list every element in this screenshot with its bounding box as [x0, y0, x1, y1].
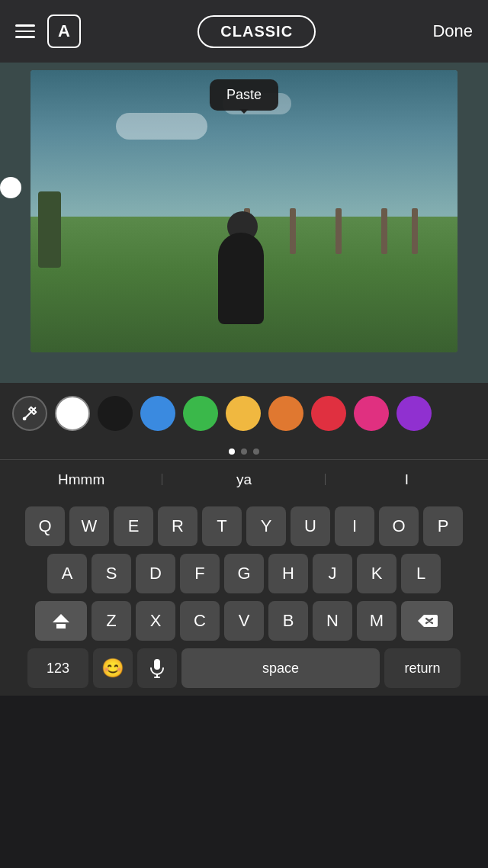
eyedropper-icon [21, 405, 38, 422]
return-key[interactable]: return [384, 648, 461, 688]
key-U[interactable]: U [291, 506, 330, 546]
predictive-word-2[interactable]: ya [162, 471, 325, 488]
dot-indicator-2 [241, 448, 247, 455]
keyboard: Q W E R T Y U I O P A S D F G H J K L Z … [0, 499, 488, 696]
backspace-icon [416, 613, 438, 628]
color-palette-row [0, 383, 488, 444]
key-R[interactable]: R [158, 506, 197, 546]
hamburger-menu-button[interactable] [15, 24, 35, 38]
key-S[interactable]: S [92, 554, 131, 593]
canvas-area[interactable]: Paste [0, 63, 488, 383]
key-A[interactable]: A [47, 554, 87, 593]
key-O[interactable]: O [379, 506, 419, 546]
key-E[interactable]: E [114, 506, 153, 546]
key-C[interactable]: C [180, 601, 220, 641]
predictive-word-3[interactable]: I [326, 471, 488, 488]
keyboard-row-1: Q W E R T Y U I O P [5, 506, 483, 546]
key-D[interactable]: D [136, 554, 175, 593]
top-bar: A CLASSIC Done [0, 0, 488, 63]
key-N[interactable]: N [313, 601, 352, 641]
font-style-button[interactable]: A [47, 14, 81, 48]
mic-icon [149, 658, 165, 678]
key-P[interactable]: P [423, 506, 463, 546]
top-bar-left: A [15, 14, 81, 48]
mic-key[interactable] [137, 648, 177, 688]
key-J[interactable]: J [313, 554, 352, 593]
key-X[interactable]: X [136, 601, 175, 641]
predictive-text-bar: Hmmm ya I [0, 459, 488, 499]
color-pink[interactable] [354, 396, 389, 431]
emoji-key[interactable]: 😊 [93, 648, 133, 688]
filter-classic-button[interactable]: CLASSIC [197, 15, 316, 48]
svg-rect-1 [154, 659, 160, 670]
key-Y[interactable]: Y [246, 506, 286, 546]
shift-icon [53, 614, 69, 628]
key-F[interactable]: F [180, 554, 220, 593]
color-blue[interactable] [140, 396, 175, 431]
eyedropper-button[interactable] [12, 396, 47, 431]
key-L[interactable]: L [401, 554, 441, 593]
done-button[interactable]: Done [432, 21, 473, 41]
key-Z[interactable]: Z [92, 601, 131, 641]
opacity-slider-handle[interactable] [0, 177, 21, 198]
key-G[interactable]: G [224, 554, 264, 593]
space-key[interactable]: space [181, 648, 380, 688]
key-Q[interactable]: Q [25, 506, 65, 546]
key-B[interactable]: B [268, 601, 308, 641]
predictive-word-1[interactable]: Hmmm [0, 471, 162, 488]
shift-key[interactable] [35, 601, 87, 641]
key-I[interactable]: I [335, 506, 374, 546]
key-H[interactable]: H [268, 554, 308, 593]
backspace-key[interactable] [401, 601, 453, 641]
color-red[interactable] [311, 396, 346, 431]
color-white[interactable] [55, 396, 90, 431]
page-indicator [0, 444, 488, 459]
color-green[interactable] [183, 396, 218, 431]
key-K[interactable]: K [357, 554, 396, 593]
key-T[interactable]: T [202, 506, 242, 546]
color-purple[interactable] [396, 396, 432, 431]
dot-indicator-3 [253, 448, 259, 455]
color-yellow[interactable] [226, 396, 261, 431]
numbers-key[interactable]: 123 [27, 648, 88, 688]
color-orange[interactable] [268, 396, 303, 431]
color-black[interactable] [98, 396, 133, 431]
keyboard-bottom-row: 123 😊 space return [5, 648, 483, 688]
dot-indicator-1 [229, 448, 235, 455]
keyboard-row-3: Z X C V B N M [5, 601, 483, 641]
key-M[interactable]: M [357, 601, 396, 641]
key-V[interactable]: V [224, 601, 264, 641]
paste-tooltip[interactable]: Paste [210, 79, 278, 111]
key-W[interactable]: W [69, 506, 109, 546]
keyboard-row-2: A S D F G H J K L [5, 554, 483, 593]
